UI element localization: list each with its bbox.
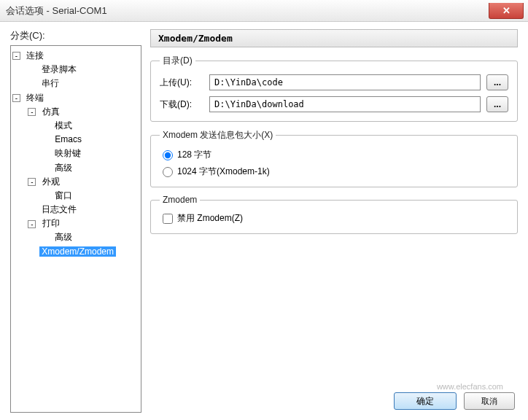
download-row: 下载(D): ... <box>160 96 508 112</box>
tree-label-selected[interactable]: Xmodem/Zmodem <box>39 246 116 257</box>
upload-input[interactable] <box>209 74 481 90</box>
radio-1024-row[interactable]: 1024 字节(Xmodem-1k) <box>160 166 508 178</box>
cancel-button[interactable]: 取消 <box>464 392 515 410</box>
ok-button[interactable]: 确定 <box>394 392 457 410</box>
tree-label[interactable]: 连接 <box>24 50 46 61</box>
radio-128-row[interactable]: 128 字节 <box>160 149 508 161</box>
category-label: 分类(C): <box>10 29 141 42</box>
tree-node-xmodem-zmodem[interactable]: Xmodem/Zmodem <box>12 245 139 259</box>
radio-128-label: 128 字节 <box>177 149 211 161</box>
tree-label[interactable]: 打印 <box>40 218 62 228</box>
directory-legend: 目录(D) <box>160 55 195 67</box>
radio-1024[interactable] <box>163 167 173 177</box>
close-button[interactable]: ✕ <box>489 3 524 19</box>
upload-row: 上传(U): ... <box>160 74 508 90</box>
tree-label[interactable]: 映射键 <box>53 148 83 158</box>
expand-icon[interactable]: - <box>28 178 36 186</box>
tree-node-login-script[interactable]: 登录脚本 <box>12 63 139 77</box>
tree-label[interactable]: 仿真 <box>40 106 62 117</box>
tree-node-emacs[interactable]: Emacs <box>12 133 139 147</box>
tree-node-appearance[interactable]: - 外观 <box>12 175 139 189</box>
tree-label[interactable]: 高级 <box>53 232 74 242</box>
disable-zmodem-label: 禁用 Zmodem(Z) <box>177 212 243 225</box>
upload-label: 上传(U): <box>160 77 203 89</box>
download-label: 下载(D): <box>160 98 203 111</box>
ellipsis-icon: ... <box>494 99 501 109</box>
tree-label[interactable]: Emacs <box>53 134 84 144</box>
download-input[interactable] <box>209 96 481 112</box>
ellipsis-icon: ... <box>494 77 501 88</box>
expand-icon[interactable]: - <box>28 108 36 116</box>
radio-128[interactable] <box>163 150 173 160</box>
tree-label[interactable]: 窗口 <box>53 190 74 201</box>
xmodem-legend: Xmodem 发送信息包大小(X) <box>160 129 276 141</box>
expand-icon[interactable]: - <box>12 52 20 60</box>
titlebar: 会话选项 - Serial-COM1 ✕ <box>0 0 528 22</box>
browse-download-button[interactable]: ... <box>486 96 508 112</box>
tree-node-emulation[interactable]: - 仿真 <box>12 105 139 119</box>
tree-node-mapkeys[interactable]: 映射键 <box>12 147 139 160</box>
expand-icon[interactable]: - <box>12 94 20 102</box>
left-panel: 分类(C): - 连接 登录脚本 串行 - 终端 - 仿真 <box>10 29 141 413</box>
radio-1024-label: 1024 字节(Xmodem-1k) <box>177 166 270 178</box>
close-icon: ✕ <box>502 5 510 16</box>
window-title: 会话选项 - Serial-COM1 <box>6 4 107 18</box>
tree-label[interactable]: 高级 <box>53 163 74 173</box>
tree-node-connection[interactable]: - 连接 <box>12 49 139 63</box>
category-tree[interactable]: - 连接 登录脚本 串行 - 终端 - 仿真 模式 <box>10 45 141 413</box>
tree-node-window[interactable]: 窗口 <box>12 189 139 203</box>
xmodem-fieldset: Xmodem 发送信息包大小(X) 128 字节 1024 字节(Xmodem-… <box>150 129 518 187</box>
disable-zmodem-row[interactable]: 禁用 Zmodem(Z) <box>160 212 508 225</box>
tree-node-terminal[interactable]: - 终端 <box>12 91 139 105</box>
tree-node-mode[interactable]: 模式 <box>12 119 139 133</box>
tree-node-advanced-print[interactable]: 高级 <box>12 230 139 244</box>
tree-label[interactable]: 日志文件 <box>39 204 79 214</box>
tree-node-logfile[interactable]: 日志文件 <box>12 203 139 217</box>
tree-label[interactable]: 模式 <box>53 120 74 131</box>
panel-title: Xmodem/Zmodem <box>150 29 518 47</box>
tree-label[interactable]: 终端 <box>24 93 46 103</box>
tree-label[interactable]: 串行 <box>39 78 61 88</box>
tree-node-serial[interactable]: 串行 <box>12 77 139 90</box>
tree-node-print[interactable]: - 打印 <box>12 217 139 230</box>
directory-fieldset: 目录(D) 上传(U): ... 下载(D): ... <box>150 55 518 122</box>
disable-zmodem-checkbox[interactable] <box>163 214 173 224</box>
zmodem-legend: Zmodem <box>160 195 200 205</box>
watermark-text: www.elecfans.com <box>437 382 503 391</box>
tree-node-advanced-emu[interactable]: 高级 <box>12 161 139 175</box>
content-area: 分类(C): - 连接 登录脚本 串行 - 终端 - 仿真 <box>0 22 528 420</box>
zmodem-fieldset: Zmodem 禁用 Zmodem(Z) <box>150 195 518 234</box>
expand-icon[interactable]: - <box>28 220 36 228</box>
bottom-bar: 确定 取消 <box>394 392 515 410</box>
right-panel: Xmodem/Zmodem 目录(D) 上传(U): ... 下载(D): ..… <box>150 29 518 413</box>
tree-label[interactable]: 登录脚本 <box>39 64 79 74</box>
tree-label[interactable]: 外观 <box>40 176 62 187</box>
browse-upload-button[interactable]: ... <box>486 74 508 90</box>
